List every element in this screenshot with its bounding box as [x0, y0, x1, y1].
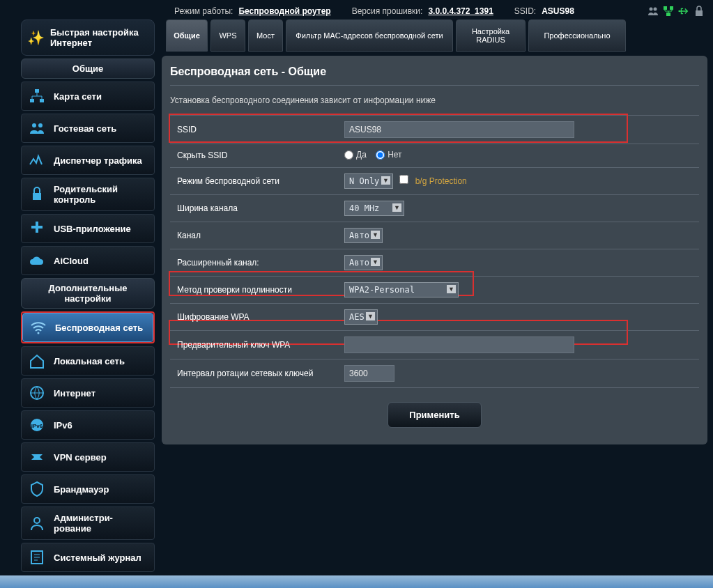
- fw-link[interactable]: 3.0.0.4.372_1391: [428, 6, 493, 16]
- rekey-input[interactable]: [344, 365, 394, 382]
- nav-label: Системный журнал: [54, 552, 141, 563]
- page-desc: Установка беспроводного соединения завис…: [170, 95, 699, 105]
- svg-rect-9: [40, 99, 44, 102]
- nav-network-map[interactable]: Карта сети: [21, 82, 155, 111]
- row-ext-channel: Расширенный канал: Авто: [170, 249, 699, 276]
- svg-rect-8: [30, 99, 34, 102]
- admin-icon: [29, 515, 45, 532]
- width-label: Ширина канала: [170, 194, 337, 222]
- auth-select[interactable]: WPA2-Personal: [344, 282, 459, 297]
- nav-label: IPv6: [54, 420, 72, 431]
- row-enc: Шифрование WPA AES: [170, 303, 699, 330]
- ssid-input[interactable]: [344, 121, 574, 138]
- nav-label: Диспетчер трафика: [54, 155, 142, 166]
- bg-protection-check[interactable]: [399, 175, 408, 184]
- nav-label: AiCloud: [54, 256, 89, 266]
- channel-label: Канал: [170, 222, 337, 249]
- section-advanced: Дополнительные настройки: [21, 278, 155, 309]
- network-icon[interactable]: [663, 6, 674, 17]
- ssid-field-label: SSID: [170, 116, 337, 144]
- svg-point-13: [38, 332, 40, 334]
- nav-firewall[interactable]: Брандмауэр: [21, 474, 155, 504]
- row-width: Ширина канала 40 MHz: [170, 194, 699, 222]
- nav-usb[interactable]: USB-приложение: [21, 214, 155, 243]
- mode-field-label: Режим беспроводной сети: [170, 167, 337, 194]
- row-psk: Предварительный ключ WPA: [170, 330, 699, 359]
- nav-admin[interactable]: Администри-рование: [21, 506, 155, 540]
- nav-internet[interactable]: Интернет: [21, 378, 155, 408]
- svg-point-1: [654, 8, 657, 11]
- psk-label: Предварительный ключ WPA: [170, 330, 337, 359]
- row-auth: Метод проверки подлинности WPA2-Personal: [170, 276, 699, 303]
- row-channel: Канал Авто: [170, 222, 699, 249]
- parental-icon: [29, 186, 45, 203]
- usb-app-icon: [29, 220, 45, 237]
- mode-link[interactable]: Беспроводной роутер: [238, 6, 330, 16]
- users-icon[interactable]: [647, 6, 659, 17]
- network-map-icon: [29, 88, 45, 105]
- log-icon: [29, 549, 45, 566]
- taskbar: [0, 575, 713, 588]
- highlight-box: Беспроводная сеть: [21, 311, 155, 343]
- psk-input[interactable]: [344, 336, 574, 353]
- ssid-label: SSID:: [514, 6, 536, 16]
- channel-select[interactable]: Авто: [344, 228, 383, 243]
- ipv6-icon: IPv6: [29, 417, 45, 433]
- hide-ssid-yes[interactable]: Да: [344, 150, 367, 160]
- nav-label: Гостевая сеть: [54, 123, 116, 134]
- auth-label: Метод проверки подлинности: [170, 276, 337, 303]
- nav-label: Беспроводная сеть: [55, 323, 143, 333]
- sidebar: ✨ Быстрая настройка Интернет Общие Карта…: [21, 20, 155, 572]
- rekey-label: Интервал ротации сетевых ключей: [170, 359, 337, 387]
- nav-label: Родительский контроль: [54, 184, 147, 205]
- cloud-icon: [29, 252, 45, 269]
- row-mode: Режим беспроводной сети N Only b/g Prote…: [170, 167, 699, 194]
- usb-icon[interactable]: [678, 6, 689, 17]
- nav-parental[interactable]: Родительский контроль: [21, 178, 155, 211]
- guest-icon: [29, 120, 45, 137]
- settings-panel: Беспроводная сеть - Общие Установка бесп…: [162, 56, 707, 444]
- hide-ssid-label: Скрыть SSID: [170, 144, 337, 168]
- tab-wps[interactable]: WPS: [210, 20, 245, 52]
- nav-vpn[interactable]: VPN сервер: [21, 442, 155, 472]
- ext-channel-select[interactable]: Авто: [344, 255, 383, 270]
- bg-protection-label: b/g Protection: [415, 176, 467, 186]
- hide-ssid-no[interactable]: Нет: [376, 150, 401, 160]
- nav-ipv6[interactable]: IPv6 IPv6: [21, 410, 155, 440]
- nav-wireless[interactable]: Беспроводная сеть: [22, 313, 153, 342]
- nav-syslog[interactable]: Системный журнал: [21, 543, 155, 572]
- ssid-value: ASUS98: [542, 6, 574, 16]
- width-select[interactable]: 40 MHz: [344, 201, 404, 216]
- nav-traffic[interactable]: Диспетчер трафика: [21, 146, 155, 175]
- tab-bridge[interactable]: Мост: [248, 20, 283, 52]
- vpn-icon: [29, 449, 45, 465]
- lock-icon[interactable]: [693, 6, 705, 17]
- nav-label: Локальная сеть: [54, 356, 125, 366]
- row-ssid: SSID: [170, 116, 699, 144]
- nav-guest[interactable]: Гостевая сеть: [21, 114, 155, 143]
- quick-setup-button[interactable]: ✨ Быстрая настройка Интернет: [21, 20, 155, 56]
- svg-rect-3: [670, 6, 673, 10]
- svg-point-11: [38, 123, 43, 127]
- svg-point-0: [650, 8, 653, 11]
- mode-select[interactable]: N Only: [344, 173, 393, 189]
- main-content: Общие WPS Мост Фильтр MAC-адресов беспро…: [162, 20, 707, 572]
- settings-table: SSID Скрыть SSID Да Нет Режим беспроводн…: [170, 115, 699, 388]
- wand-icon: ✨: [27, 29, 45, 46]
- enc-select[interactable]: AES: [344, 309, 378, 325]
- apply-button[interactable]: Применить: [388, 402, 481, 428]
- tab-macfilter[interactable]: Фильтр MAC-адресов беспроводной сети: [286, 20, 453, 52]
- tab-general[interactable]: Общие: [166, 20, 208, 52]
- nav-lan[interactable]: Локальная сеть: [21, 346, 155, 376]
- nav-aicloud[interactable]: AiCloud: [21, 246, 155, 275]
- status-bar: Режим работы: Беспроводной роутер Версия…: [0, 0, 713, 20]
- row-hide-ssid: Скрыть SSID Да Нет: [170, 144, 699, 168]
- enc-label: Шифрование WPA: [170, 303, 337, 330]
- nav-label: USB-приложение: [54, 224, 131, 234]
- svg-point-17: [34, 518, 40, 523]
- globe-icon: [29, 385, 45, 401]
- tab-pro[interactable]: Профессионально: [528, 20, 626, 52]
- quick-setup-label: Быстрая настройка Интернет: [50, 27, 148, 48]
- tab-radius[interactable]: Настройка RADIUS: [456, 20, 526, 52]
- nav-label: Интернет: [54, 388, 95, 399]
